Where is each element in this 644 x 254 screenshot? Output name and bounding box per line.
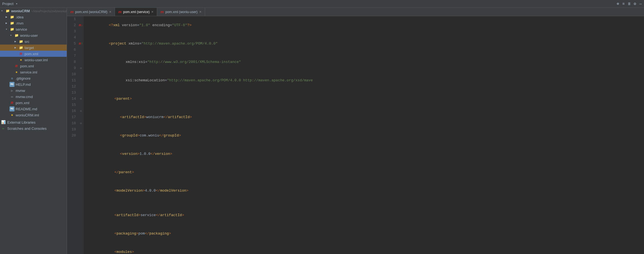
code-line-6: <artifactId>woniucrm</artifactId> xyxy=(87,108,641,126)
add-icon[interactable]: ⊕ xyxy=(617,1,619,6)
sidebar-item-help-md[interactable]: MD HELP.md xyxy=(0,81,67,87)
chevron-right-icon: ▶ xyxy=(15,46,18,49)
code-line-14: <modules> xyxy=(87,243,641,254)
chevron-right-icon: ▶ xyxy=(6,21,9,25)
gutter-mark-4 xyxy=(78,35,84,41)
code-line-9: </parent> xyxy=(87,163,641,182)
src-folder-icon: 📁 xyxy=(18,39,23,44)
sidebar-item-pom-woniu-user[interactable]: m pom.xml xyxy=(0,51,67,57)
mvnw-label: mvnw xyxy=(16,89,25,93)
sidebar-item-root[interactable]: ▾ 📁 woniuCRM ~/IdeaProjects/zwb/woniuCRM xyxy=(0,8,67,14)
gutter-fold-9[interactable]: ⊖ xyxy=(78,65,84,71)
gutter-mark-6 xyxy=(78,47,84,53)
project-label: Project xyxy=(2,2,13,6)
gutter-fold-14[interactable]: ⊖ xyxy=(78,96,84,102)
sidebar-item-mvn[interactable]: ▶ 📁 .mvn xyxy=(0,20,67,26)
maven-service-icon: m xyxy=(14,63,19,69)
collapse-all-icon[interactable]: ≡ xyxy=(622,2,624,6)
settings-icon[interactable]: ⚙ xyxy=(634,1,636,6)
code-line-7: <groupId>com.woniu</groupId> xyxy=(87,126,641,145)
gutter-mark-2: m↓ xyxy=(78,22,84,28)
code-line-8: <version>1.0.0</version> xyxy=(87,145,641,163)
tab-woniu-user-maven-icon: m xyxy=(160,10,164,14)
external-libraries-icon: 📊 xyxy=(1,120,6,124)
code-line-3: xmlns:xsi="http://www.w3.org/2001/XMLSch… xyxy=(87,53,641,71)
code-area[interactable]: <?xml version="1.0" encoding="UTF-8"?> <… xyxy=(84,16,644,254)
gutter-mark-12 xyxy=(78,84,84,90)
mvn-folder-icon: 📁 xyxy=(9,21,15,26)
sidebar-item-pom-service[interactable]: m pom.xml xyxy=(0,63,67,69)
gutter-mark-11 xyxy=(78,77,84,84)
expand-all-icon[interactable]: ≣ xyxy=(628,1,630,6)
gutter-mark-20 xyxy=(78,133,84,139)
target-label: target xyxy=(25,46,34,50)
tab-service-close[interactable]: ✕ xyxy=(151,10,153,13)
iml-icon: ■ xyxy=(18,57,23,62)
chevron-right-icon: ▶ xyxy=(6,15,9,19)
gutter-mark-5: m↑ xyxy=(78,41,84,47)
gutter-mark-15 xyxy=(78,102,84,108)
mvn-label: .mvn xyxy=(16,21,23,25)
tab-woniu-user[interactable]: m pom.xml (woniu-user) ✕ xyxy=(157,8,205,16)
minimize-icon[interactable]: — xyxy=(640,2,642,6)
gutter-mark-17 xyxy=(78,114,84,120)
pom-service-label: pom.xml xyxy=(20,64,34,68)
sidebar-item-readme-md[interactable]: MD README.md xyxy=(0,106,67,112)
sidebar-item-service-iml[interactable]: ■ service.iml xyxy=(0,69,67,75)
chevron-down-icon: ▾ xyxy=(6,28,9,31)
service-label: service xyxy=(16,27,27,31)
root-label: woniuCRM ~/IdeaProjects/zwb/woniuCRM xyxy=(11,9,67,13)
idea-folder-icon: 📁 xyxy=(9,14,15,19)
service-iml-label: service.iml xyxy=(20,70,37,74)
scratches-item[interactable]: ✏ Scratches and Consoles xyxy=(0,125,67,131)
sidebar-bottom: 📊 External Libraries ✏ Scratches and Con… xyxy=(0,119,67,131)
sidebar-item-pom-root[interactable]: m pom.xml xyxy=(0,100,67,106)
code-line-2: <project xmlns="http://maven.apache.org/… xyxy=(87,35,641,53)
sidebar-item-woniu-user-iml[interactable]: ■ woniu-user.iml xyxy=(0,57,67,63)
editor[interactable]: 1 2 3 4 5 6 7 8 9 10 11 12 13 14 15 16 1… xyxy=(67,16,644,254)
sidebar-item-woniucrm-iml[interactable]: ■ woniuCRM.iml xyxy=(0,112,67,118)
readme-md-label: README.md xyxy=(16,107,37,111)
target-folder-icon: 📁 xyxy=(18,45,23,50)
help-md-label: HELP.md xyxy=(16,82,31,87)
sidebar-item-src[interactable]: ▶ 📁 src xyxy=(0,38,67,45)
project-dropdown-icon[interactable]: ▾ xyxy=(16,2,18,6)
sidebar-item-mvnw[interactable]: ▷ mvnw xyxy=(0,87,67,94)
mvnw-cmd-label: mvnw.cmd xyxy=(16,95,33,99)
tab-service-maven-icon: m xyxy=(118,10,122,14)
gutter-fold-18[interactable]: ⊖ xyxy=(78,120,84,126)
iml-service-icon: ■ xyxy=(14,70,19,75)
chevron-right-icon: ▶ xyxy=(15,40,18,43)
sidebar-item-gitignore[interactable]: ⚙ .gitignore xyxy=(0,75,67,81)
title-bar: Project ▾ ⊕ ≡ ≣ ⚙ — xyxy=(0,0,644,8)
sidebar-item-service[interactable]: ▾ 📁 service xyxy=(0,26,67,32)
scratches-icon: ✏ xyxy=(1,126,6,131)
tab-woniu-user-label: pom.xml (woniu-user) xyxy=(165,10,198,14)
src-label: src xyxy=(25,40,29,44)
sidebar-item-target[interactable]: ▶ 📁 target xyxy=(0,45,67,51)
readme-md-icon: MD xyxy=(9,106,15,111)
tab-woniu-user-close[interactable]: ✕ xyxy=(199,10,201,13)
sidebar-item-woniu-user[interactable]: ▾ 📁 woniu-user xyxy=(0,32,67,38)
code-line-12: <artifactId>service</artifactId> xyxy=(87,206,641,224)
tab-woniucrm[interactable]: m pom.xml (woniuCRM) ✕ xyxy=(67,8,115,16)
pom-woniu-user-label: pom.xml xyxy=(25,52,38,56)
pom-root-label: pom.xml xyxy=(16,101,29,105)
chevron-down-icon: ▾ xyxy=(10,34,14,37)
scratches-label: Scratches and Consoles xyxy=(7,126,47,131)
root-folder-icon: 📁 xyxy=(5,8,10,13)
tab-woniucrm-close[interactable]: ✕ xyxy=(109,10,111,13)
sidebar-item-idea[interactable]: ▶ 📁 .idea xyxy=(0,14,67,20)
editor-area: m pom.xml (woniuCRM) ✕ m pom.xml (servic… xyxy=(67,8,644,254)
woniucrm-iml-icon: ■ xyxy=(9,113,15,118)
external-libraries-item[interactable]: 📊 External Libraries xyxy=(0,119,67,125)
woniu-user-iml-label: woniu-user.iml xyxy=(25,58,48,62)
gutter-fold-16[interactable]: ⊖ xyxy=(78,108,84,114)
tab-service-label: pom.xml (service) xyxy=(123,10,150,14)
code-line-1: <?xml version="1.0" encoding="UTF-8"?> xyxy=(87,16,641,35)
line-numbers: 1 2 3 4 5 6 7 8 9 10 11 12 13 14 15 16 1… xyxy=(67,16,78,254)
sidebar-item-mvnw-cmd[interactable]: ▭ mvnw.cmd xyxy=(0,94,67,100)
gitignore-icon: ⚙ xyxy=(9,76,15,81)
gutter-mark-13 xyxy=(78,90,84,96)
tab-service[interactable]: m pom.xml (service) ✕ xyxy=(115,8,157,16)
